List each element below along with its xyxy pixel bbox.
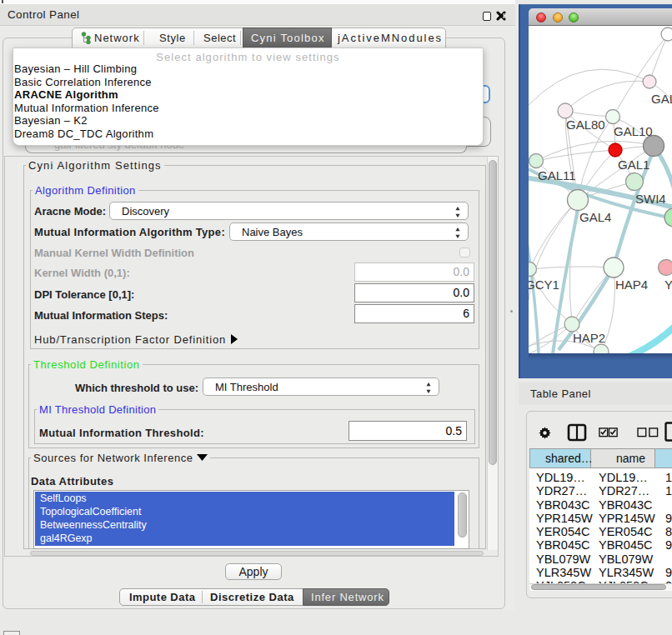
svg-text:HAP4: HAP4: [615, 278, 648, 292]
svg-text:GAL10: GAL10: [614, 124, 653, 138]
svg-text:GAL: GAL: [651, 92, 672, 106]
svg-text:Y: Y: [664, 278, 672, 292]
svg-text:SWI4: SWI4: [635, 192, 666, 206]
svg-text:GAL1: GAL1: [618, 158, 649, 172]
svg-text:GAL4: GAL4: [579, 210, 611, 224]
svg-text:GAL80: GAL80: [566, 118, 605, 132]
svg-text:GAL11: GAL11: [538, 168, 576, 182]
svg-text:GCY1: GCY1: [529, 278, 559, 292]
svg-text:HAP2: HAP2: [573, 331, 605, 345]
